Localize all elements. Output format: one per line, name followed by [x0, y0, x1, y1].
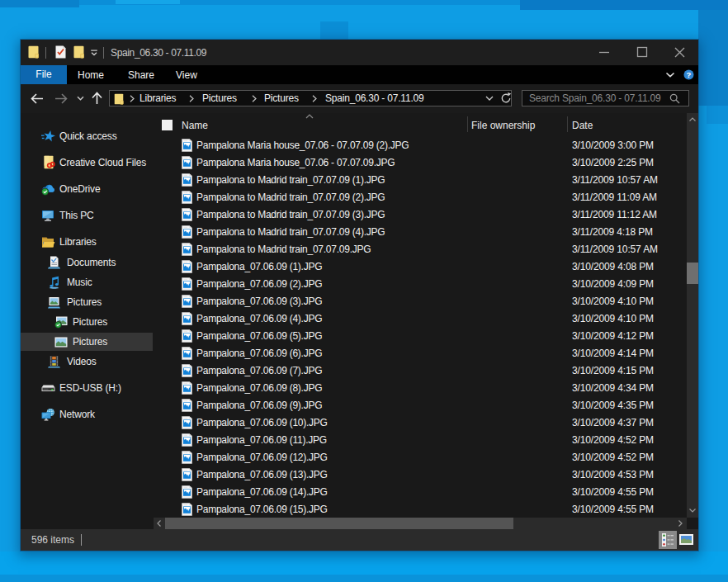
svg-text:?: ?: [687, 70, 692, 79]
